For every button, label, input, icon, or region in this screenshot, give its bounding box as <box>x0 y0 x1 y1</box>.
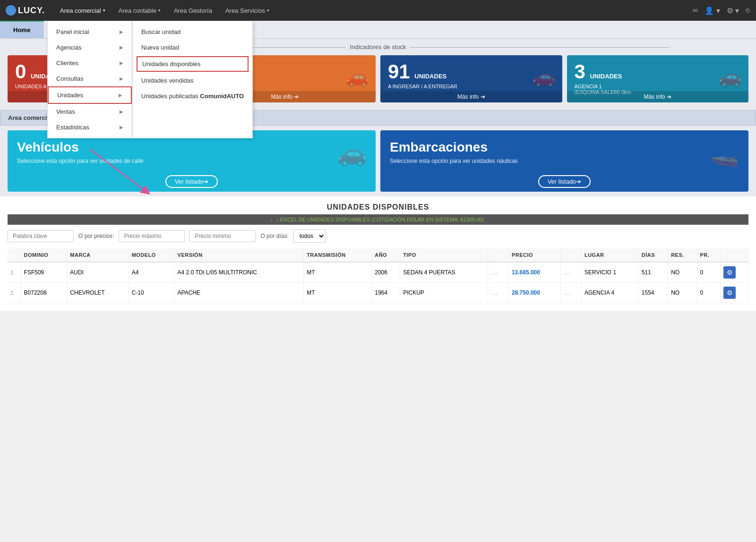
row-anio: 1964 <box>372 283 400 303</box>
row-num: 1 <box>8 262 21 283</box>
row-num: 2 <box>8 283 21 303</box>
row-dias: 1554 <box>638 283 668 303</box>
download-icon: ↓ <box>270 217 273 222</box>
arrow-right-icon: ▶ <box>120 76 123 81</box>
dropdown-nueva-unidad[interactable]: Nueva unidad <box>133 40 252 55</box>
row-res: NO <box>668 262 697 283</box>
dropdown-ventas[interactable]: Ventas▶ <box>48 104 132 119</box>
keyword-input[interactable] <box>8 230 74 242</box>
dropdown-unidades-disponibles[interactable]: Unidades disponibles <box>137 56 249 72</box>
col-anio: AÑO <box>372 248 400 262</box>
indicator-card-3: 3 UNIDADES AGENCIA 1 (ESQUINA SALEM) 0km… <box>567 55 749 102</box>
dropdown-unidades-publicadas[interactable]: Unidades publicadas ComunidAUTO <box>133 88 252 104</box>
excel-bar[interactable]: ↓ ↓ EXCEL DE UNIDADES DISPONIBLES (COTIZ… <box>8 214 748 225</box>
nav-item-area-contable[interactable]: Area contable ▾ <box>112 0 167 21</box>
dropdown-col1: Panel inicial▶ Agencias▶ Clientes▶ Consu… <box>47 21 132 138</box>
nav-item-area-comercial[interactable]: Area comercial ▾ <box>53 0 112 21</box>
dropdown-buscar-unidad[interactable]: Buscar unidad <box>133 24 252 40</box>
arrow-right-icon: ▶ <box>120 109 123 114</box>
arrow-right-icon: ▶ <box>120 125 123 130</box>
indicator-footer-2[interactable]: Más info ➔ <box>380 91 562 102</box>
category-footer-embarcaciones: Ver listado➔ <box>380 171 748 192</box>
indicator-unit-2: UNIDADES <box>414 73 447 80</box>
indicator-number-2: 91 <box>388 60 410 83</box>
nav-right: ∞ 👤 ▾ ⚙ ▾ ⎋ <box>693 6 750 15</box>
row-precio: 28.750.000 <box>508 283 560 303</box>
row-dias: 511 <box>638 262 668 283</box>
price-label: O por precios: <box>78 233 114 239</box>
row-lugar: AGENCIA 4 <box>581 283 638 303</box>
row-anio: 2006 <box>372 262 400 283</box>
max-price-input[interactable] <box>119 230 185 242</box>
ver-listado-vehiculos-button[interactable]: Ver listado➔ <box>165 175 218 188</box>
arrow-right-icon: ▶ <box>120 29 123 34</box>
row-dots2: ... <box>561 283 582 303</box>
dropdown-menu: Panel inicial▶ Agencias▶ Clientes▶ Consu… <box>47 21 253 138</box>
col-dots2 <box>561 248 582 262</box>
col-dots1 <box>488 248 509 262</box>
col-num <box>8 248 21 262</box>
row-transmision: MT <box>304 262 372 283</box>
col-tipo: TIPO <box>400 248 488 262</box>
row-lugar: SERVICIO 1 <box>581 262 638 283</box>
row-tipo: SEDAN 4 PUERTAS <box>400 262 488 283</box>
category-subtitle-vehiculos: Seleccione esta opción para ver unidades… <box>17 158 366 164</box>
dropdown-clientes[interactable]: Clientes▶ <box>48 55 132 71</box>
infinity-icon[interactable]: ∞ <box>693 6 698 15</box>
units-table: DOMINIO MARCA MODELO VERSIÓN TRANSMISIÓN… <box>8 248 748 303</box>
dropdown-panel-inicial[interactable]: Panel inicial▶ <box>48 24 132 40</box>
chevron-down-icon: ▾ <box>158 8 161 13</box>
col-marca: MARCA <box>67 248 129 262</box>
dropdown-unidades[interactable]: Unidades▶ <box>48 86 132 104</box>
row-dominio: FSF509 <box>21 262 67 283</box>
user-icon[interactable]: 👤 ▾ <box>704 6 720 15</box>
row-marca: AUDI <box>67 262 129 283</box>
ver-listado-embarcaciones-button[interactable]: Ver listado➔ <box>538 175 591 188</box>
row-marca: CHEVROLET <box>67 283 129 303</box>
row-gear-button[interactable]: ⚙ <box>723 287 736 299</box>
arrow-right-icon: ▶ <box>119 93 122 98</box>
min-price-input[interactable] <box>189 230 256 242</box>
table-body: 1 FSF509 AUDI A4 A4 2.0 TDI L/05 MULTITR… <box>8 262 748 303</box>
logout-icon[interactable]: ⎋ <box>746 6 750 15</box>
days-select[interactable]: todos <box>293 229 326 243</box>
row-action: ⚙ <box>721 283 748 303</box>
tab-home[interactable]: Home <box>0 21 44 38</box>
boat-icon: 🚤 <box>710 140 739 167</box>
gear-icon[interactable]: ⚙ ▾ <box>727 6 739 15</box>
nav-item-area-gestoria[interactable]: Area Gestoría <box>167 0 219 21</box>
car-icon: 🚗 <box>345 66 369 88</box>
col-pr: PR. <box>697 248 721 262</box>
dropdown-col2: Buscar unidad Nueva unidad Unidades disp… <box>132 21 253 138</box>
days-label: O por días: <box>260 233 288 239</box>
indicator-label-2: A INGRESAR / A ENTREGAR <box>388 84 555 89</box>
row-modelo: A4 <box>129 262 174 283</box>
col-transmision: TRANSMISIÓN <box>304 248 372 262</box>
row-pr: 0 <box>697 262 721 283</box>
row-dots1: ... <box>488 262 509 283</box>
indicator-footer-3[interactable]: Más info ➔ <box>567 91 749 102</box>
dropdown-unidades-vendidas[interactable]: Unidades vendidas <box>133 73 252 88</box>
category-title-vehiculos: Vehículos <box>17 140 366 155</box>
row-version: A4 2.0 TDI L/05 MULTITRONIC <box>174 262 304 283</box>
indicator-unit-3: UNIDADES <box>590 73 622 80</box>
col-res: RES. <box>668 248 697 262</box>
col-action <box>721 248 748 262</box>
col-dias: DÍAS <box>638 248 668 262</box>
nav-item-area-servicios[interactable]: Area Servicios ▾ <box>219 0 276 21</box>
table-row: 2 B072208 CHEVROLET C-10 APACHE MT 1964 … <box>8 283 748 303</box>
table-row: 1 FSF509 AUDI A4 A4 2.0 TDI L/05 MULTITR… <box>8 262 748 283</box>
dropdown-agencias[interactable]: Agencias▶ <box>48 40 132 55</box>
indicator-number-3: 3 <box>575 60 585 83</box>
row-dots1: ... <box>488 283 509 303</box>
row-action: ⚙ <box>721 262 748 283</box>
dropdown-consultas[interactable]: Consultas▶ <box>48 71 132 86</box>
indicator-card-2: 91 UNIDADES A INGRESAR / A ENTREGAR 🚗 Má… <box>380 55 562 102</box>
dropdown-estadisticas[interactable]: Estadísticas▶ <box>48 119 132 135</box>
category-card-vehiculos: Vehículos Seleccione esta opción para ve… <box>8 130 376 192</box>
row-modelo: C-10 <box>129 283 174 303</box>
col-precio: PRECIO <box>508 248 560 262</box>
car-icon: 🚗 <box>718 66 742 88</box>
row-gear-button[interactable]: ⚙ <box>723 266 736 279</box>
brand: LUCY. <box>6 5 45 16</box>
